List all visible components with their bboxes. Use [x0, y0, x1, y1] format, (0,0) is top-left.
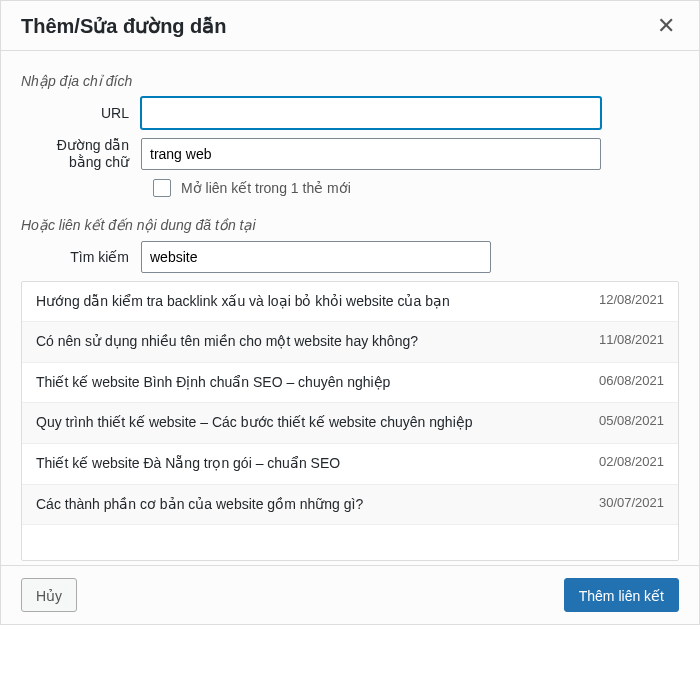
search-input[interactable] [141, 241, 491, 273]
result-date: 12/08/2021 [599, 292, 664, 307]
url-label: URL [21, 105, 141, 121]
section-existing-label: Hoặc liên kết đến nội dung đã tồn tại [21, 211, 679, 241]
result-title: Thiết kế website Đà Nẵng trọn gói – chuẩ… [36, 454, 583, 474]
result-item[interactable]: Thiết kế website Bình Định chuẩn SEO – c… [22, 363, 678, 404]
result-date: 30/07/2021 [599, 495, 664, 510]
dialog-footer: Hủy Thêm liên kết [1, 565, 699, 624]
result-title: Thiết kế website Bình Định chuẩn SEO – c… [36, 373, 583, 393]
result-date: 02/08/2021 [599, 454, 664, 469]
results-container: Hướng dẫn kiểm tra backlink xấu và loại … [21, 281, 679, 561]
insert-link-dialog: Thêm/Sửa đường dẫn ✕ Nhập địa chỉ đích U… [0, 0, 700, 625]
result-item[interactable]: Các thành phần cơ bản của website gồm nh… [22, 485, 678, 526]
dialog-title: Thêm/Sửa đường dẫn [21, 14, 227, 38]
result-title: Có nên sử dụng nhiều tên miền cho một we… [36, 332, 583, 352]
link-text-label: Đường dẫn bằng chữ [21, 137, 141, 171]
dialog-body: Nhập địa chỉ đích URL Đường dẫn bằng chữ… [1, 51, 699, 565]
result-date: 05/08/2021 [599, 413, 664, 428]
result-item[interactable]: Hướng dẫn kiểm tra backlink xấu và loại … [22, 282, 678, 323]
add-link-button[interactable]: Thêm liên kết [564, 578, 679, 612]
open-new-tab-checkbox[interactable] [153, 179, 171, 197]
link-text-row: Đường dẫn bằng chữ [21, 137, 679, 171]
dialog-header: Thêm/Sửa đường dẫn ✕ [1, 1, 699, 51]
open-new-tab-label: Mở liên kết trong 1 thẻ mới [181, 180, 351, 196]
result-date: 06/08/2021 [599, 373, 664, 388]
results-scroll[interactable]: Hướng dẫn kiểm tra backlink xấu và loại … [22, 282, 678, 560]
result-date: 11/08/2021 [599, 332, 664, 347]
section-destination-label: Nhập địa chỉ đích [21, 67, 679, 97]
close-icon[interactable]: ✕ [653, 11, 679, 41]
result-item[interactable]: Thiết kế website Đà Nẵng trọn gói – chuẩ… [22, 444, 678, 485]
link-text-input[interactable] [141, 138, 601, 170]
url-input[interactable] [141, 97, 601, 129]
url-row: URL [21, 97, 679, 129]
cancel-button[interactable]: Hủy [21, 578, 77, 612]
result-title: Hướng dẫn kiểm tra backlink xấu và loại … [36, 292, 583, 312]
search-row: Tìm kiếm [21, 241, 679, 273]
result-title: Quy trình thiết kế website – Các bước th… [36, 413, 583, 433]
result-item[interactable]: Có nên sử dụng nhiều tên miền cho một we… [22, 322, 678, 363]
result-item[interactable]: Quy trình thiết kế website – Các bước th… [22, 403, 678, 444]
open-new-tab-row: Mở liên kết trong 1 thẻ mới [153, 179, 679, 197]
result-title: Các thành phần cơ bản của website gồm nh… [36, 495, 583, 515]
search-label: Tìm kiếm [21, 249, 141, 265]
